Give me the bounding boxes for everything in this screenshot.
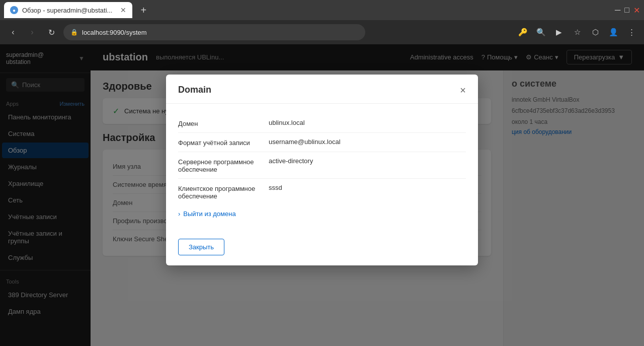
profile-icon[interactable]: 👤 (607, 26, 620, 39)
back-button[interactable]: ‹ (6, 25, 20, 39)
tab-title: Обзор - superadmin@ubstati... (22, 7, 112, 14)
search-icon[interactable]: 🔍 (534, 26, 547, 39)
close-window-button[interactable]: ✕ (633, 6, 640, 15)
tab-close-btn[interactable]: ✕ (120, 6, 126, 14)
browser-chrome: ● Обзор - superadmin@ubstati... ✕ + ─ □ … (0, 0, 644, 20)
play-icon[interactable]: ▶ (552, 26, 566, 39)
expand-chevron-icon: › (178, 210, 180, 218)
modal-field-client-software: Клиентское программное обеспечение sssd (178, 179, 466, 205)
modal-value-account-format: username@ublinux.local (269, 138, 341, 147)
modal-label-client-software: Клиентское программное обеспечение (178, 184, 269, 200)
window-controls: ─ □ ✕ (615, 6, 640, 15)
menu-icon[interactable]: ⋮ (625, 26, 638, 39)
modal-header: Domain × (166, 75, 478, 104)
tab-favicon: ● (10, 6, 18, 14)
modal-close-button[interactable]: Закрыть (178, 239, 224, 255)
key-icon[interactable]: 🔑 (516, 26, 529, 39)
minimize-button[interactable]: ─ (615, 6, 620, 15)
lock-icon: 🔒 (70, 29, 78, 36)
new-tab-button[interactable]: + (136, 3, 150, 17)
maximize-button[interactable]: □ (624, 6, 629, 15)
modal-value-server-software: active-directory (269, 157, 313, 173)
domain-modal: Domain × Домен ublinux.local Формат учёт… (166, 75, 478, 265)
modal-overlay[interactable]: Domain × Домен ublinux.local Формат учёт… (0, 44, 644, 346)
modal-label-account-format: Формат учётной записи (178, 138, 269, 147)
url-text: localhost:9090/system (82, 29, 147, 36)
bookmark-icon[interactable]: ☆ (571, 26, 584, 39)
modal-field-domain: Домен ublinux.local (178, 114, 466, 133)
modal-value-domain: ublinux.local (269, 119, 305, 127)
forward-button[interactable]: › (25, 25, 39, 39)
address-bar: ‹ › ↻ 🔒 localhost:9090/system 🔑 🔍 ▶ ☆ ⬡ … (0, 20, 644, 44)
modal-value-client-software: sssd (269, 184, 282, 200)
extensions-icon[interactable]: ⬡ (589, 26, 602, 39)
leave-domain-link[interactable]: › Выйти из домена (178, 205, 466, 223)
address-bar-right: 🔑 🔍 ▶ ☆ ⬡ 👤 ⋮ (516, 26, 638, 39)
url-bar[interactable]: 🔒 localhost:9090/system (63, 24, 365, 40)
browser-tab[interactable]: ● Обзор - superadmin@ubstati... ✕ (4, 2, 132, 18)
modal-close-x-button[interactable]: × (460, 85, 466, 95)
modal-field-account-format: Формат учётной записи username@ublinux.l… (178, 133, 466, 152)
modal-label-domain: Домен (178, 119, 269, 127)
reload-button[interactable]: ↻ (44, 25, 58, 39)
modal-footer: Закрыть (166, 233, 478, 265)
modal-title: Domain (178, 85, 211, 95)
modal-label-server-software: Серверное программное обеспечение (178, 157, 269, 173)
modal-body: Домен ublinux.local Формат учётной запис… (166, 104, 478, 233)
modal-field-server-software: Серверное программное обеспечение active… (178, 152, 466, 179)
